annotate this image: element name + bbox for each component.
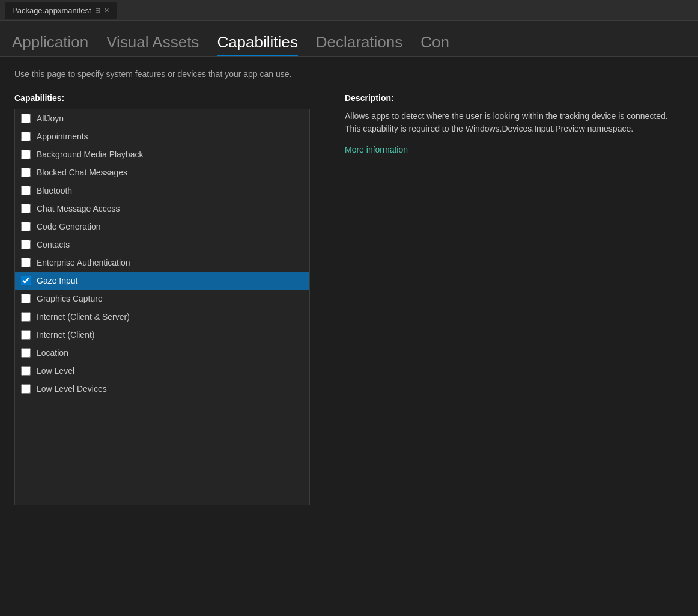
capability-label-alljoyn: AllJoyn bbox=[37, 114, 64, 123]
capability-item-graphics-capture[interactable]: Graphics Capture bbox=[15, 290, 309, 308]
more-info-link[interactable]: More information bbox=[345, 145, 408, 154]
checkbox-low-level[interactable] bbox=[21, 366, 31, 376]
checkbox-graphics-capture[interactable] bbox=[21, 294, 31, 303]
capability-label-blocked-chat-messages: Blocked Chat Messages bbox=[37, 168, 127, 177]
checkbox-alljoyn[interactable] bbox=[21, 114, 31, 123]
capability-label-background-media-playback: Background Media Playback bbox=[37, 150, 143, 159]
capability-label-appointments: Appointments bbox=[37, 132, 88, 141]
title-bar: Package.appxmanifest ⊟ ✕ bbox=[0, 0, 698, 21]
capability-item-chat-message-access[interactable]: Chat Message Access bbox=[15, 200, 309, 218]
checkbox-internet-client[interactable] bbox=[21, 330, 31, 340]
checkbox-internet-client-server[interactable] bbox=[21, 312, 31, 322]
capabilities-list: AllJoynAppointmentsBackground Media Play… bbox=[15, 109, 309, 505]
capability-item-background-media-playback[interactable]: Background Media Playback bbox=[15, 145, 309, 163]
page-description: Use this page to specify system features… bbox=[14, 69, 684, 79]
capability-label-chat-message-access: Chat Message Access bbox=[37, 204, 120, 213]
capability-label-low-level: Low Level bbox=[37, 366, 74, 376]
capability-item-code-generation[interactable]: Code Generation bbox=[15, 218, 309, 236]
capability-label-enterprise-authentication: Enterprise Authentication bbox=[37, 258, 130, 267]
pin-icon[interactable]: ⊟ bbox=[95, 7, 100, 14]
close-icon[interactable]: ✕ bbox=[104, 7, 109, 14]
capability-label-contacts: Contacts bbox=[37, 240, 70, 249]
description-text: Allows apps to detect where the user is … bbox=[345, 110, 684, 135]
right-panel: Description: Allows apps to detect where… bbox=[321, 93, 684, 505]
capability-label-code-generation: Code Generation bbox=[37, 222, 101, 231]
nav-tabs: ApplicationVisual AssetsCapabilitiesDecl… bbox=[0, 21, 698, 57]
left-panel: Capabilities: AllJoynAppointmentsBackgro… bbox=[14, 93, 321, 505]
checkbox-location[interactable] bbox=[21, 348, 31, 358]
checkbox-enterprise-authentication[interactable] bbox=[21, 258, 31, 267]
title-bar-tab[interactable]: Package.appxmanifest ⊟ ✕ bbox=[5, 2, 117, 19]
capability-item-appointments[interactable]: Appointments bbox=[15, 127, 309, 145]
checkbox-bluetooth[interactable] bbox=[21, 186, 31, 195]
capabilities-label: Capabilities: bbox=[14, 93, 321, 103]
capability-item-low-level-devices[interactable]: Low Level Devices bbox=[15, 380, 309, 398]
capability-label-location: Location bbox=[37, 348, 68, 358]
tab-declarations[interactable]: Declarations bbox=[316, 21, 421, 56]
capabilities-list-container: AllJoynAppointmentsBackground Media Play… bbox=[14, 109, 310, 505]
capability-item-low-level[interactable]: Low Level bbox=[15, 362, 309, 380]
checkbox-chat-message-access[interactable] bbox=[21, 204, 31, 213]
tab-con[interactable]: Con bbox=[420, 21, 467, 56]
capability-item-internet-client-server[interactable]: Internet (Client & Server) bbox=[15, 308, 309, 326]
tab-filename: Package.appxmanifest bbox=[12, 6, 91, 15]
checkbox-code-generation[interactable] bbox=[21, 222, 31, 231]
capability-item-alljoyn[interactable]: AllJoyn bbox=[15, 109, 309, 127]
tab-visual-assets[interactable]: Visual Assets bbox=[106, 21, 217, 56]
capability-label-bluetooth: Bluetooth bbox=[37, 186, 72, 195]
checkbox-contacts[interactable] bbox=[21, 240, 31, 249]
capability-item-enterprise-authentication[interactable]: Enterprise Authentication bbox=[15, 254, 309, 272]
capability-label-internet-client-server: Internet (Client & Server) bbox=[37, 312, 130, 322]
capability-item-location[interactable]: Location bbox=[15, 344, 309, 362]
checkbox-blocked-chat-messages[interactable] bbox=[21, 168, 31, 177]
capability-label-low-level-devices: Low Level Devices bbox=[37, 384, 107, 394]
capability-item-contacts[interactable]: Contacts bbox=[15, 236, 309, 254]
capability-item-internet-client[interactable]: Internet (Client) bbox=[15, 326, 309, 344]
capability-label-gaze-input: Gaze Input bbox=[37, 276, 78, 285]
checkbox-appointments[interactable] bbox=[21, 132, 31, 141]
capability-item-bluetooth[interactable]: Bluetooth bbox=[15, 181, 309, 200]
checkbox-background-media-playback[interactable] bbox=[21, 150, 31, 159]
checkbox-gaze-input[interactable] bbox=[21, 276, 31, 285]
checkbox-low-level-devices[interactable] bbox=[21, 384, 31, 394]
capability-label-graphics-capture: Graphics Capture bbox=[37, 294, 103, 303]
page-content: Use this page to specify system features… bbox=[0, 57, 698, 517]
tab-application[interactable]: Application bbox=[12, 21, 106, 56]
description-label: Description: bbox=[345, 93, 684, 103]
capability-item-gaze-input[interactable]: Gaze Input bbox=[15, 272, 309, 290]
capability-label-internet-client: Internet (Client) bbox=[37, 330, 94, 340]
two-column-layout: Capabilities: AllJoynAppointmentsBackgro… bbox=[14, 93, 684, 505]
tab-capabilities[interactable]: Capabilities bbox=[217, 21, 315, 56]
capability-item-blocked-chat-messages[interactable]: Blocked Chat Messages bbox=[15, 163, 309, 181]
